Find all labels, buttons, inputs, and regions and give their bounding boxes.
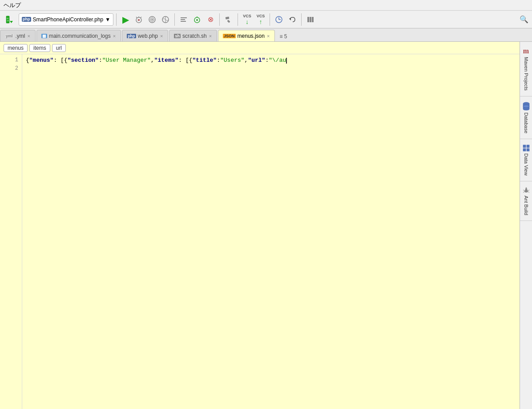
- tabs-extra[interactable]: ≡ 5: [276, 32, 290, 41]
- svg-marker-3: [10, 21, 13, 23]
- ant-build-tool[interactable]: Ant Build: [520, 181, 532, 221]
- file-dropdown[interactable]: php SmartPhoneApiController.php ▼: [19, 13, 113, 26]
- svg-line-44: [528, 192, 529, 192]
- tab-web-php[interactable]: php web.php ×: [122, 30, 168, 41]
- svg-point-21: [196, 19, 198, 21]
- svg-rect-34: [523, 145, 526, 148]
- tab-communication-logs[interactable]: ▦ main.communication_logs ×: [36, 30, 121, 41]
- sep-1: [116, 13, 117, 26]
- maven-icon: m: [523, 47, 529, 55]
- php-tab-icon: php: [127, 34, 136, 38]
- svg-rect-23: [227, 20, 230, 23]
- debug-green-button[interactable]: [191, 13, 203, 26]
- dropdown-arrow: ▼: [105, 16, 110, 23]
- svg-rect-35: [527, 145, 529, 148]
- menubar: ヘルプ: [0, 0, 532, 11]
- ant-build-label: Ant Build: [524, 196, 529, 215]
- tab-logs-label: main.communication_logs: [49, 33, 111, 39]
- yml-icon: yml: [5, 34, 14, 38]
- svg-rect-31: [312, 17, 314, 22]
- run-button[interactable]: ▶: [119, 13, 132, 26]
- columns-button[interactable]: [304, 13, 317, 26]
- data-view-tool[interactable]: Data View: [520, 139, 532, 181]
- svg-point-39: [525, 188, 527, 190]
- svg-rect-18: [181, 19, 185, 20]
- toolbar: 01 10 php SmartPhoneApiController.php ▼ …: [0, 11, 532, 28]
- profile-button[interactable]: [159, 13, 172, 26]
- debug-button[interactable]: [133, 13, 145, 26]
- tab-yml[interactable]: yml .yml ×: [0, 30, 36, 41]
- coverage-button[interactable]: [146, 13, 158, 26]
- tab-scratch-close[interactable]: ×: [209, 33, 212, 39]
- svg-rect-36: [523, 148, 526, 151]
- breadcrumb-url[interactable]: url: [52, 44, 66, 52]
- sep-6: [301, 13, 302, 26]
- sh-icon: sh: [174, 34, 181, 38]
- svg-rect-19: [181, 21, 186, 22]
- ant-icon: [523, 187, 530, 194]
- svg-rect-29: [307, 17, 309, 22]
- breadcrumb-bar: menus items url: [0, 42, 520, 54]
- vcs-down-button[interactable]: VCS ↓: [241, 13, 254, 26]
- undo-button[interactable]: [286, 13, 298, 26]
- code-line-2: [26, 75, 516, 84]
- line-numbers: 1 2: [0, 54, 22, 409]
- line-num-2: 2: [0, 64, 18, 73]
- svg-point-40: [525, 187, 527, 188]
- svg-point-33: [523, 105, 529, 108]
- binary-icon[interactable]: 01 10: [4, 13, 16, 26]
- file-name: SmartPhoneApiController.php: [33, 16, 104, 23]
- build-button[interactable]: [222, 13, 235, 26]
- tab-yml-close[interactable]: ×: [27, 33, 31, 39]
- maven-label: Maven Projects: [524, 57, 529, 91]
- line-num-1: 1: [0, 56, 18, 64]
- svg-rect-24: [226, 16, 230, 19]
- code-editor[interactable]: 1 2 {"menus": [{"section":"User Manager"…: [0, 54, 520, 409]
- breadcrumb-menus[interactable]: menus: [4, 44, 28, 52]
- php-icon: php: [22, 17, 31, 22]
- vcs-up-button[interactable]: VCS ↑: [254, 13, 267, 26]
- editor-container: menus items url 1 2 {"menus": [{"section…: [0, 42, 532, 409]
- side-panel: m Maven Projects Database: [520, 42, 532, 409]
- svg-line-42: [523, 192, 524, 192]
- stop-button[interactable]: ⊗: [204, 13, 217, 26]
- history-button[interactable]: [273, 13, 285, 26]
- maven-projects-tool[interactable]: m Maven Projects: [520, 42, 532, 96]
- editor-panel: menus items url 1 2 {"menus": [{"section…: [0, 42, 520, 409]
- tab-scratch-sh[interactable]: sh scratch.sh ×: [169, 30, 217, 41]
- svg-line-43: [528, 190, 529, 191]
- sep-3: [219, 13, 220, 26]
- tab-yml-label: .yml: [16, 33, 25, 39]
- svg-line-41: [523, 190, 524, 191]
- tabs-bar: yml .yml × ▦ main.communication_logs × p…: [0, 28, 532, 42]
- sep-2: [174, 13, 175, 26]
- sep-4: [238, 13, 238, 26]
- table-icon: ▦: [41, 34, 47, 38]
- search-button[interactable]: 🔍: [518, 13, 530, 26]
- json-icon: JSON: [223, 34, 236, 38]
- data-view-label: Data View: [524, 153, 529, 176]
- database-icon: [523, 102, 530, 111]
- database-tool[interactable]: Database: [520, 96, 532, 139]
- svg-rect-37: [527, 148, 529, 151]
- menu-help[interactable]: ヘルプ: [4, 1, 21, 9]
- svg-rect-30: [310, 17, 311, 22]
- toolbar-left: 01 10: [2, 13, 18, 26]
- data-view-icon: [523, 144, 530, 152]
- tab-web-label: web.php: [138, 33, 158, 39]
- sep-5: [270, 13, 270, 26]
- code-content[interactable]: {"menus": [{"section":"User Manager","it…: [22, 54, 520, 409]
- svg-line-7: [141, 17, 141, 18]
- code-line-1: {"menus": [{"section":"User Manager","it…: [26, 56, 516, 65]
- tab-scratch-label: scratch.sh: [182, 33, 207, 39]
- svg-rect-17: [181, 17, 187, 18]
- tab-menus-json[interactable]: JSON menus.json ×: [218, 30, 275, 41]
- breadcrumb-items[interactable]: items: [29, 44, 50, 52]
- svg-line-6: [136, 17, 137, 18]
- tab-logs-close[interactable]: ×: [113, 33, 116, 39]
- step-button[interactable]: [177, 13, 190, 26]
- tab-web-close[interactable]: ×: [160, 33, 163, 39]
- svg-text:10: 10: [7, 20, 9, 22]
- tab-menus-close[interactable]: ×: [266, 33, 270, 39]
- tab-menus-label: menus.json: [238, 33, 265, 39]
